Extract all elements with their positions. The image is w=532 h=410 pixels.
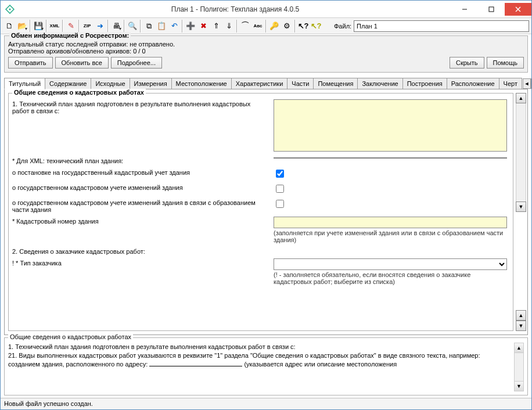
chk2-label: о государственном кадастровом учете изме… [12,183,268,191]
cust-type-label: ! * Тип заказчика [12,258,268,267]
help-scroll-up[interactable]: ▲ [515,343,523,353]
window-title: План 1 - Полигон: Техплан здания 4.0.5 [19,5,451,13]
svg-point-0 [9,8,11,10]
rosreestr-panel: Обмен информацией с Росреестром: Актуаль… [4,35,528,73]
chk1[interactable] [276,170,284,178]
kadnum-input[interactable] [274,217,507,228]
file-input[interactable] [354,20,529,32]
row-del-icon[interactable]: ✖ [197,20,210,33]
preview-icon[interactable]: 🔍 [126,20,139,33]
help-legend: Общие сведения о кадастровых работах [8,333,133,340]
help-body: 1. Технический план здания подготовлен в… [8,343,513,391]
r1-label: 1. Технический план здания подготовлен в… [12,99,268,114]
tab-location[interactable]: Местоположение [171,78,232,89]
hide-button[interactable]: Скрыть [450,57,484,69]
help-blank [149,360,242,366]
refresh-button[interactable]: Обновить все [55,57,109,69]
xml-separator [274,157,507,159]
row-down-icon[interactable]: ⇓ [222,20,235,33]
section-scroll-down[interactable]: ▼ [516,202,526,212]
section-scroll-down2[interactable]: ▼ [516,321,526,331]
tab-source[interactable]: Исходные [91,78,130,89]
r2-label: 2. Сведения о заказчике кадастровых рабо… [12,247,268,255]
close-button[interactable] [505,3,531,16]
help-panel: Общие сведения о кадастровых работах 1. … [4,337,528,395]
rosreestr-status-line: Актуальный статус последней отправки: не… [8,41,524,48]
help-scroll[interactable]: ▲ ▼ [514,343,524,391]
general-group: Общие сведения о кадастровых работах 1. … [8,93,513,331]
tab-parts[interactable]: Части [287,78,314,89]
send-button[interactable]: Отправить [8,57,53,69]
wand-icon[interactable]: ⁀ [239,20,251,33]
cust-type-hint: (! - заполняется обязательно, если внося… [274,271,507,285]
maximize-button[interactable] [478,3,505,16]
print-icon[interactable]: 🖶 [110,20,123,33]
help-line2: 21. Виды выполненных кадастровых работ у… [8,351,511,360]
general-group-title: Общие сведения о кадастровых работах [12,89,146,96]
titlebar: План 1 - Полигон: Техплан здания 4.0.5 [1,1,531,18]
kadnum-label: * Кадастровый номер здания [12,217,268,225]
chk2[interactable] [276,185,284,193]
statusbar: Новый файл успешно создан. [1,398,531,409]
tab-scroll-left[interactable]: ◄ [523,78,531,89]
filter-icon[interactable]: ⚙ [281,20,293,33]
paste-icon[interactable]: 📋 [155,20,168,33]
chk1-label: о постановке на государственный кадастро… [12,168,268,176]
file-label: Файл: [334,23,351,30]
rosreestr-count-line: Отправлено архивов/обновлено архивов: 0 … [8,48,524,55]
help-scroll-down[interactable]: ▼ [515,381,523,391]
tab-content[interactable]: Содержание [45,78,91,89]
tab-measure[interactable]: Измерения [130,78,172,89]
sign-icon[interactable]: ✎ [64,20,77,33]
help-line1: 1. Технический план здания подготовлен в… [8,343,511,351]
help-button[interactable]: Помощь [487,57,524,69]
help-cursor-icon[interactable]: ↖? [310,20,322,33]
send-icon[interactable]: ➜ [94,20,106,33]
zip-icon[interactable]: ZIP [81,20,94,33]
app-icon [5,5,15,14]
new-icon[interactable]: 🗋 [3,20,16,33]
abc-icon[interactable]: Aвс [251,20,264,33]
save-icon[interactable]: 💾 [32,20,45,33]
help-context-icon[interactable]: ↖? [297,20,310,33]
section-scroll-up[interactable]: ▲ [516,93,526,103]
tab-content-area: Общие сведения о кадастровых работах 1. … [4,89,528,335]
row-up-icon[interactable]: ⇑ [210,20,222,33]
row-add-icon[interactable]: ➕ [184,20,197,33]
tab-placement[interactable]: Расположение [447,78,499,89]
section-scroll: ▲ ▼ ▲ ▼ [516,93,526,331]
chk3-label: о государственном кадастровом учете изме… [12,198,268,213]
rosreestr-legend: Обмен информацией с Росреестром: [9,32,131,39]
tab-rooms[interactable]: Помещения [313,78,358,89]
tab-title[interactable]: Титульный [4,78,45,89]
undo-icon[interactable]: ↶ [168,20,181,33]
tabstrip: Титульный Содержание Исходные Измерения … [1,76,531,89]
tab-drawing[interactable]: Черт [499,78,522,89]
xml-label: * Для XML: технический план здания: [12,156,268,164]
status-text: Новый файл успешно создан. [4,400,93,407]
open-icon[interactable]: 📂 [16,20,28,33]
tab-conclusion[interactable]: Заключение [357,78,402,89]
cust-type-select[interactable] [274,258,507,270]
search-icon[interactable]: 🔑 [268,20,281,33]
help-line3: созданием здания, расположенного по адре… [8,360,511,369]
tab-constructions[interactable]: Построения [402,78,447,89]
section-scroll-up2[interactable]: ▲ [516,310,526,321]
svg-rect-2 [489,7,494,12]
r1-textarea[interactable] [274,99,507,152]
chk3[interactable] [276,200,284,208]
minimize-button[interactable] [451,3,478,16]
copy-icon[interactable]: ⧉ [142,20,155,33]
section-scroll-track[interactable] [516,103,526,202]
xml-icon[interactable]: XML [48,20,61,33]
more-button[interactable]: Подробнее... [111,57,162,69]
tab-characteristics[interactable]: Характеристики [231,78,288,89]
kadnum-hint: (заполняется при учете изменений здания … [274,229,507,243]
